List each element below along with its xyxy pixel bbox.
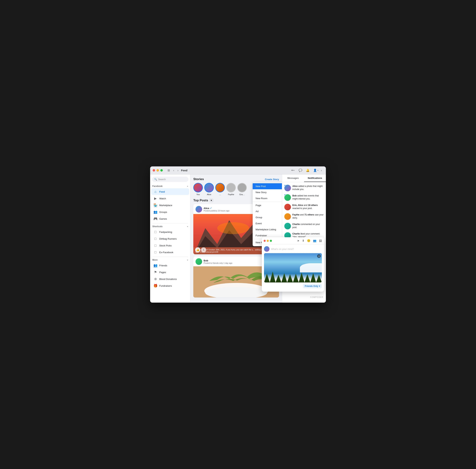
sidebar-item-games[interactable]: 🎮 Games	[151, 216, 189, 222]
traffic-lights	[153, 169, 163, 171]
download-icon: ⬇	[302, 239, 305, 242]
notification-bob[interactable]: Bob added two events that might interest…	[282, 193, 326, 202]
post-reactions-alice: 👍 t	[195, 247, 206, 252]
composer-text-input[interactable]	[271, 248, 322, 251]
sidebar-item-blood-donations[interactable]: ⊕ Blood Donations	[151, 276, 189, 282]
messenger-icon: 💬	[299, 168, 302, 172]
post-avatar-alice	[196, 206, 202, 213]
facebook-section-header[interactable]: Facebook ▾	[150, 184, 190, 188]
right-panel-tabs: Messages Notifications	[282, 174, 326, 182]
story-item-gray[interactable]: Gra…	[237, 183, 247, 196]
sidebar-item-groups[interactable]: 👥 Groups	[151, 209, 189, 215]
composer-download-button[interactable]: ⬇	[302, 239, 305, 243]
composer-close-button[interactable]	[264, 240, 266, 242]
dropdown-item-new-room[interactable]: New Room	[253, 195, 282, 201]
post-author-name-bob: Bob	[204, 259, 232, 262]
composer-image-button[interactable]: 🖼	[319, 239, 322, 243]
dropdown-item-marketplace-listing[interactable]: Marketplace Listing	[253, 226, 282, 233]
sidebar-item-fundraisers[interactable]: 🎁 Fundraisers	[151, 283, 189, 289]
compose-button[interactable]: ✏ ▾	[290, 168, 296, 173]
story-avatar-alice	[204, 183, 214, 192]
sidebar-item-watch[interactable]: ▶ Watch	[151, 195, 189, 202]
snow-shape	[300, 263, 322, 272]
sidebar-item-marketplace-label: Marketplace	[159, 204, 172, 207]
sidebar-item-ex-facebook[interactable]: □ Ex-Facebook	[151, 249, 189, 255]
dropdown-item-new-post[interactable]: New Post	[253, 183, 282, 189]
search-box[interactable]: 🔍 Search	[152, 177, 188, 182]
stories-title: Stories	[193, 177, 204, 181]
stock-picks-icon: □	[153, 243, 157, 248]
sidebar-item-ex-facebook-label: Ex-Facebook	[159, 251, 173, 254]
shortcuts-section-header[interactable]: Shortcuts ▾	[150, 224, 190, 228]
title-bar-actions: ✏ ▾ 💬 🔔 👤 ▾	[290, 168, 320, 173]
dropdown-item-new-story[interactable]: New Story	[253, 189, 282, 195]
profile-button[interactable]: 👤 ▾	[312, 168, 320, 173]
profile-icon: 👤	[313, 168, 317, 172]
sidebar-item-fundraisers-label: Fundraisers	[159, 285, 172, 287]
minimize-button[interactable]	[156, 169, 159, 171]
tab-notifications[interactable]: Notifications	[304, 174, 326, 182]
back-button[interactable]: ‹	[172, 168, 175, 172]
dropdown-item-page[interactable]: Page	[253, 202, 282, 208]
post-author-name-alice: Alice ✓	[204, 207, 229, 210]
story-item-faythe[interactable]: Faythe	[226, 183, 236, 196]
forward-button[interactable]: ›	[176, 168, 179, 172]
close-button[interactable]	[153, 169, 155, 171]
sidebar-item-stock-picks[interactable]: □ Stock Picks	[151, 242, 189, 249]
notification-charlie-1[interactable]: Charlie commented on your post.	[282, 221, 326, 231]
compose-dropdown-menu: New Post New Story New Room Page Ad Grou…	[253, 183, 282, 246]
sidebar-item-dirtbag-runners[interactable]: □ Dirtbag Runners	[151, 235, 189, 242]
mac-window: ⊞ ‹ › Feed ✏ ▾ 💬 🔔 👤 ▾ ›	[150, 167, 326, 302]
notification-alice[interactable]: Alice added a photo that might include y…	[282, 183, 326, 193]
divider-2	[152, 257, 188, 257]
composer-people-button[interactable]: 👥	[313, 239, 317, 243]
sidebar-item-feed[interactable]: ⌂ Feed	[151, 188, 189, 195]
profile-chevron-icon: ▾	[317, 169, 318, 171]
sidebar-item-friends[interactable]: 👥 Friends	[151, 262, 189, 269]
sidebar-item-fastpacking[interactable]: □ Fastpacking	[151, 229, 189, 235]
sidebar-item-watch-label: Watch	[159, 197, 166, 200]
story-item-alice[interactable]: Alice	[204, 183, 214, 196]
comment-button-alice[interactable]: t	[201, 247, 206, 252]
sidebar-item-pages[interactable]: ⚑ Pages	[151, 269, 189, 275]
composer-send-button[interactable]: ➤	[297, 239, 300, 243]
story-item-mystery[interactable]: …	[215, 183, 225, 196]
composer-window: ➤ ⬇ 🙂 👥 🖼	[262, 237, 324, 292]
composer-actions: ➤ ⬇ 🙂 👥 🖼	[297, 239, 322, 243]
tab-messages[interactable]: Messages	[282, 174, 304, 182]
maximize-button[interactable]	[160, 169, 163, 171]
sidebar-item-marketplace[interactable]: 🏪 Marketplace	[151, 202, 189, 208]
more-section-header[interactable]: More ▾	[150, 258, 190, 262]
composer-emoji-button[interactable]: 🙂	[307, 239, 311, 243]
people-icon: 👥	[313, 239, 317, 242]
audience-selector-button[interactable]: Friends Only ▾	[303, 284, 322, 288]
ex-facebook-icon: □	[153, 250, 157, 254]
composer-input-row	[264, 246, 322, 252]
sidebar-toggle-button[interactable]: ⊞	[166, 168, 171, 172]
post-avatar-bob	[196, 258, 202, 265]
more-section-title: More	[152, 259, 158, 261]
dropdown-item-group[interactable]: Group	[253, 214, 282, 220]
expand-panel-button[interactable]: ›	[320, 168, 323, 173]
dropdown-item-event[interactable]: Event	[253, 220, 282, 226]
messenger-button[interactable]: 💬	[298, 168, 303, 173]
search-icon: 🔍	[154, 178, 157, 181]
notifications-button[interactable]: 🔔	[305, 168, 311, 173]
dropdown-item-ad[interactable]: Ad	[253, 208, 282, 214]
audience-label: Friends Only	[305, 285, 318, 287]
story-item-you[interactable]: You	[193, 183, 203, 196]
composer-minimize-button[interactable]	[267, 240, 269, 242]
composer-traffic-lights	[264, 240, 272, 242]
notification-erin[interactable]: Erin, Alice and 18 others reacted to you…	[282, 202, 326, 212]
sidebar-section-more: More ▾ 👥 Friends ⚑ Pages ⊕ Blood Donatio…	[150, 258, 190, 289]
top-posts-filter-button[interactable]: ▾	[209, 199, 213, 202]
post-author-info-alice: Alice ✓ Posted publicly 23 hours ago	[204, 207, 229, 212]
composer-image-remove-button[interactable]: ✕	[317, 254, 321, 258]
notif-avatar-bob	[284, 194, 291, 201]
composer-maximize-button[interactable]	[270, 240, 272, 242]
facebook-section-chevron-icon: ▾	[187, 185, 188, 187]
notification-faythe[interactable]: Faythe and 71 others saw your story.	[282, 212, 326, 221]
create-story-link[interactable]: Create Story	[265, 178, 279, 181]
like-button-alice[interactable]: 👍	[195, 247, 200, 252]
notif-avatar-charlie-1	[284, 223, 291, 229]
